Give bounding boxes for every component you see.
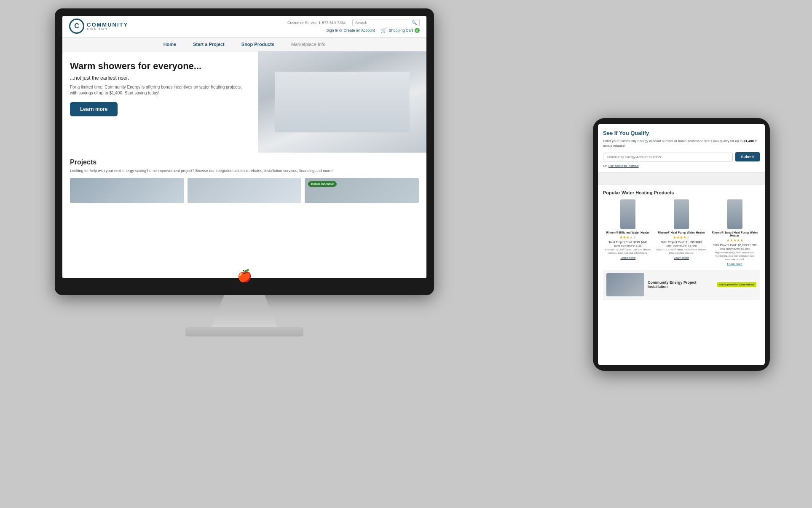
site-nav: Home Start a Project Shop Products Marke… <box>62 38 426 51</box>
product-desc-3: Highest efficiency. WiFi control and mon… <box>710 251 760 261</box>
customer-service-text: Customer Service 1-877-510-7234 <box>287 21 346 25</box>
imac-base <box>185 327 303 336</box>
site-header-top: C COMMUNITY ENERGY Customer Serv <box>69 19 420 34</box>
product-incentive-3: Total Incentives: $1,650 <box>719 247 750 250</box>
address-row: Or use address instead <box>603 164 760 168</box>
bonus-badge: Bonus Incentive <box>308 181 337 187</box>
grey-divider <box>598 172 765 185</box>
product-card-3: Rheem® Smart Heat Pump Water Heater ★★★★… <box>710 199 760 265</box>
qualify-amount: $1,400 <box>744 139 754 143</box>
cart-label: Shopping Cart <box>389 28 413 32</box>
product-price-3: Total Project Cost: $2,299 $1,099 <box>713 244 757 247</box>
product-incentive-2: Total Incentives: $1,050 <box>666 245 697 247</box>
projects-description: Looking for help with your next energy-s… <box>70 169 419 173</box>
imac-screen-inner: C COMMUNITY ENERGY Customer Serv <box>62 16 426 278</box>
project-card-1[interactable] <box>70 178 184 203</box>
product-learn-3[interactable]: Learn more <box>727 263 742 266</box>
sign-in-link[interactable]: Sign In or Create an Account <box>326 28 375 32</box>
star-2: ★★★★ <box>673 235 686 239</box>
logo-energy: ENERGY <box>87 27 128 31</box>
qualify-submit-button[interactable]: Submit <box>735 152 760 161</box>
product-desc-2: ENERGY STAR® rated. 400% more efficient … <box>657 248 707 255</box>
products-section: Popular Water Heating Products Rheem® Ef… <box>598 185 765 304</box>
product-card-2: Rheem® Heat Pump Water Heater ★★★★★ Tota… <box>657 199 707 265</box>
nav-start-project[interactable]: Start a Project <box>193 42 225 47</box>
bathroom-photo <box>258 51 426 153</box>
imac-website: C COMMUNITY ENERGY Customer Serv <box>62 16 426 278</box>
hero-image <box>258 51 426 153</box>
ipad-website: See If You Qualify Enter your Community … <box>598 124 765 365</box>
search-bar[interactable]: 🔍 <box>352 19 420 26</box>
installation-image <box>606 273 644 296</box>
installation-section: Community Energy Project Installation Go… <box>603 270 760 300</box>
cart-icon: 🛒 <box>381 27 387 33</box>
imac-screen-outer: C COMMUNITY ENERGY Customer Serv <box>55 8 434 295</box>
qualify-input-row: Submit <box>603 152 760 161</box>
logo-icon: C <box>69 19 84 34</box>
site-header: C COMMUNITY ENERGY Customer Serv <box>62 16 426 38</box>
product-image-2 <box>674 199 689 229</box>
use-address-link[interactable]: use address instead <box>608 164 639 168</box>
qualify-title: See If You Qualify <box>603 130 760 136</box>
search-icon: 🔍 <box>412 20 417 25</box>
nav-home[interactable]: Home <box>163 42 177 47</box>
product-card-1: Rheem® Efficient Water Heater ★★★★★ Tota… <box>603 199 653 265</box>
header-actions: Sign In or Create an Account 🛒 Shopping … <box>326 27 420 33</box>
product-price-1: Total Project Cost: $749 $649 <box>608 241 647 244</box>
header-right: Customer Service 1-877-510-7234 🔍 Sign I… <box>287 19 420 33</box>
project-card-2[interactable] <box>188 178 302 203</box>
star-empty-2: ★ <box>686 235 690 239</box>
product-stars-3: ★★★★★ <box>726 238 743 242</box>
nav-marketplace[interactable]: Marketplace Info <box>291 42 325 47</box>
product-learn-1[interactable]: Learn more <box>620 256 635 259</box>
logo-area: C COMMUNITY ENERGY <box>69 19 128 34</box>
product-image-1 <box>620 199 635 229</box>
cart-area[interactable]: 🛒 Shopping Cart 0 <box>381 27 420 33</box>
ipad-outer: See If You Qualify Enter your Community … <box>593 118 770 371</box>
product-learn-2[interactable]: Learn more <box>674 256 689 259</box>
hero-subheadline: ...not just the earliest riser. <box>70 75 250 81</box>
product-name-3: Rheem® Smart Heat Pump Water Heater <box>710 231 760 237</box>
scene: C COMMUNITY ENERGY Customer Serv <box>0 0 812 508</box>
star-3: ★★★★★ <box>726 238 743 242</box>
nav-shop[interactable]: Shop Products <box>241 42 274 47</box>
product-stars-1: ★★★★★ <box>619 235 636 239</box>
qualify-section: See If You Qualify Enter your Community … <box>598 124 765 172</box>
hero-body: For a limited time, Community Energy is … <box>70 84 250 96</box>
logo-letter: C <box>74 22 79 30</box>
qualify-desc: Enter your Community Energy account numb… <box>603 139 760 148</box>
imac-device: C COMMUNITY ENERGY Customer Serv <box>55 8 434 388</box>
projects-grid: Bonus Incentive <box>70 178 419 203</box>
product-price-2: Total Project Cost: $1,899 $849 <box>661 241 702 244</box>
projects-section: Projects Looking for help with your next… <box>62 153 426 207</box>
product-name-2: Rheem® Heat Pump Water Heater <box>658 231 705 234</box>
chat-badge[interactable]: Got a question? Chat with us <box>717 282 756 287</box>
search-input[interactable] <box>355 21 412 25</box>
projects-title: Projects <box>70 159 419 166</box>
account-number-input[interactable] <box>603 153 733 161</box>
star-1: ★★★ <box>619 235 630 239</box>
installation-text: Community Energy Project Installation <box>648 280 714 289</box>
product-stars-2: ★★★★★ <box>673 235 690 239</box>
hero-headline: Warm showers for everyone... <box>70 61 250 72</box>
product-image-3 <box>727 199 742 229</box>
product-desc-1: ENERGY STAR® rated. Gas and electric mod… <box>603 248 653 255</box>
or-text: Or <box>603 164 607 168</box>
qualify-desc-text: Enter your Community Energy account numb… <box>603 139 742 143</box>
star-empty-1: ★★ <box>630 235 636 239</box>
cart-badge: 0 <box>415 28 420 33</box>
product-name-1: Rheem® Efficient Water Heater <box>606 231 650 234</box>
imac-stand <box>211 295 278 329</box>
project-card-3[interactable]: Bonus Incentive <box>305 178 419 203</box>
ipad-screen: See If You Qualify Enter your Community … <box>598 124 765 365</box>
imac-apple-logo: 🍎 <box>237 269 252 283</box>
products-title: Popular Water Heating Products <box>603 190 760 195</box>
logo-text-block: COMMUNITY ENERGY <box>87 22 128 31</box>
learn-more-button[interactable]: Learn more <box>70 102 118 116</box>
ipad-device: See If You Qualify Enter your Community … <box>593 118 770 371</box>
products-grid: Rheem® Efficient Water Heater ★★★★★ Tota… <box>603 199 760 265</box>
product-incentive-1: Total Incentives: $100 <box>614 245 642 247</box>
hero-section: Warm showers for everyone... ...not just… <box>62 51 426 153</box>
hero-left: Warm showers for everyone... ...not just… <box>62 51 258 153</box>
